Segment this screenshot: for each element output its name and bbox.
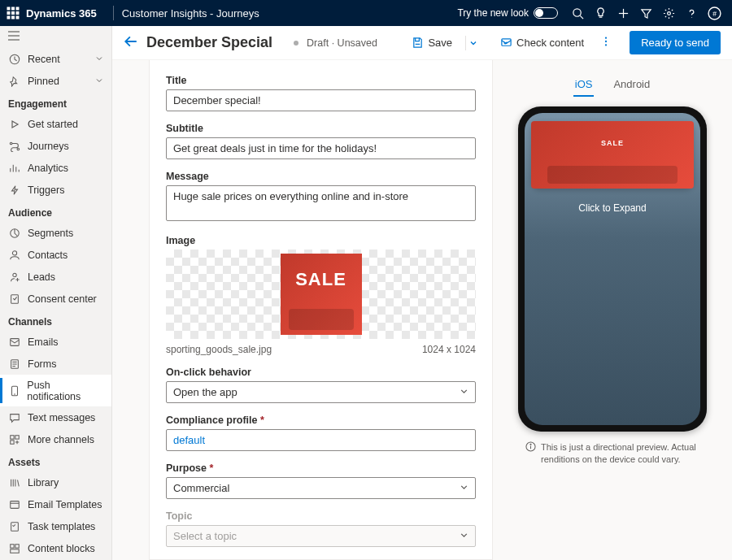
subtitle-label: Subtitle: [166, 123, 476, 134]
label: Pinned: [28, 76, 59, 87]
command-bar: December Special Draft · Unsaved Save Ch…: [112, 26, 732, 60]
sidebar-item-consent[interactable]: Consent center: [0, 288, 111, 310]
purpose-label: Purpose *: [166, 462, 476, 474]
sidebar-item-contacts[interactable]: Contacts: [0, 244, 111, 266]
group-channels: Channels: [0, 310, 111, 331]
svg-rect-34: [15, 435, 19, 438]
consent-icon: [8, 293, 21, 306]
status-text: Draft · Unsaved: [307, 37, 377, 49]
svg-rect-7: [12, 16, 15, 19]
svg-rect-35: [11, 440, 14, 443]
image-dimensions: 1024 x 1024: [422, 344, 476, 355]
sidebar-item-pinned[interactable]: Pinned: [0, 70, 111, 92]
product-name: Customer Insights - Journeys: [122, 7, 259, 20]
back-icon[interactable]: [124, 34, 138, 52]
label: Contacts: [28, 250, 68, 261]
lightbulb-icon[interactable]: [589, 0, 612, 26]
purpose-value: Commercial: [173, 482, 229, 494]
sidebar-item-get-started[interactable]: Get started: [0, 113, 111, 135]
segments-icon: [8, 227, 21, 240]
pin-icon: [8, 75, 21, 88]
check-label: Check content: [516, 37, 584, 49]
sidebar-item-triggers[interactable]: Triggers: [0, 179, 111, 201]
label: Journeys: [28, 141, 69, 152]
sidebar-item-task-templates[interactable]: Task templates: [0, 515, 111, 537]
svg-rect-33: [11, 435, 14, 438]
save-dropdown[interactable]: [465, 36, 481, 50]
sidebar-item-emails[interactable]: Emails: [0, 331, 111, 353]
title-label: Title: [166, 75, 476, 86]
sidebar-item-analytics[interactable]: Analytics: [0, 157, 111, 179]
ready-to-send-button[interactable]: Ready to send: [630, 31, 721, 54]
sidebar-item-forms[interactable]: Forms: [0, 353, 111, 375]
sidebar-item-email-templates[interactable]: Email Templates: [0, 493, 111, 515]
form-card: Title Subtitle Message Huge sale prices …: [149, 60, 493, 560]
search-icon[interactable]: [566, 0, 589, 26]
tab-android[interactable]: Android: [612, 73, 651, 97]
journeys-icon: [8, 140, 21, 153]
svg-point-24: [13, 273, 16, 276]
hamburger-icon[interactable]: [0, 26, 111, 48]
expand-hint: Click to Expand: [525, 202, 700, 214]
svg-point-21: [17, 148, 20, 150]
svg-point-13: [667, 11, 670, 15]
account-icon[interactable]: #: [703, 0, 725, 26]
info-icon: [525, 441, 536, 467]
image-preview[interactable]: [166, 250, 476, 339]
forms-icon: [8, 358, 21, 371]
svg-point-9: [573, 8, 580, 15]
label: Forms: [28, 358, 56, 370]
svg-rect-42: [11, 522, 19, 531]
check-content-button[interactable]: Check content: [497, 33, 587, 52]
add-icon[interactable]: [612, 0, 634, 26]
sidebar-item-leads[interactable]: Leads: [0, 266, 111, 288]
sidebar-item-more-channels[interactable]: More channels: [0, 428, 111, 450]
svg-rect-8: [16, 16, 19, 19]
save-button[interactable]: Save: [408, 33, 455, 52]
more-commands-icon[interactable]: [595, 36, 617, 50]
image-filename: sporting_goods_sale.jpg: [166, 344, 272, 355]
label: Email Templates: [28, 499, 102, 510]
library-icon: [8, 476, 21, 489]
save-label: Save: [428, 37, 452, 49]
sidebar-item-push-notifications[interactable]: Push notifications: [0, 375, 111, 406]
label: Emails: [28, 336, 59, 348]
subtitle-input[interactable]: [166, 137, 476, 159]
chevron-down-icon: [95, 76, 103, 87]
status-dot: [294, 41, 298, 46]
notif-image: [658, 143, 686, 171]
tab-ios[interactable]: iOS: [573, 73, 595, 97]
sidebar-item-segments[interactable]: Segments: [0, 222, 111, 244]
sidebar: Recent Pinned Engagement Get started Jou…: [0, 26, 112, 560]
toggle-switch[interactable]: [534, 7, 558, 19]
message-input[interactable]: Huge sale prices on everything online an…: [166, 185, 476, 221]
sidebar-item-text-messages[interactable]: Text messages: [0, 406, 111, 428]
sidebar-item-journeys[interactable]: Journeys: [0, 135, 111, 157]
filter-icon[interactable]: [634, 0, 657, 26]
svg-point-23: [12, 250, 16, 254]
sidebar-item-library[interactable]: Library: [0, 471, 111, 493]
svg-point-49: [605, 44, 607, 46]
notification-card: APP NAME now December special! Get great…: [531, 121, 694, 189]
try-new-look-toggle[interactable]: Try the new look: [457, 7, 558, 19]
gear-icon[interactable]: [657, 0, 680, 26]
onclick-select[interactable]: Open the app: [166, 381, 476, 403]
title-input[interactable]: [166, 89, 476, 111]
purpose-select[interactable]: Commercial: [166, 477, 476, 499]
global-header: Dynamics 365 Customer Insights - Journey…: [0, 0, 732, 26]
help-icon[interactable]: [680, 0, 703, 26]
label: Triggers: [28, 184, 64, 196]
svg-rect-2: [16, 7, 19, 10]
sidebar-item-content-blocks[interactable]: Content blocks: [0, 537, 111, 559]
label: Recent: [28, 54, 60, 65]
svg-rect-26: [11, 338, 20, 345]
phone-screen[interactable]: APP NAME now December special! Get great…: [525, 113, 700, 425]
compliance-select[interactable]: default: [166, 429, 476, 451]
image-label: Image: [166, 235, 476, 246]
compliance-value: default: [173, 434, 205, 446]
triggers-icon: [8, 184, 21, 197]
label: Segments: [28, 228, 73, 239]
chevron-down-icon: [460, 482, 468, 494]
sidebar-item-recent[interactable]: Recent: [0, 48, 111, 70]
app-launcher-icon[interactable]: [7, 7, 20, 20]
